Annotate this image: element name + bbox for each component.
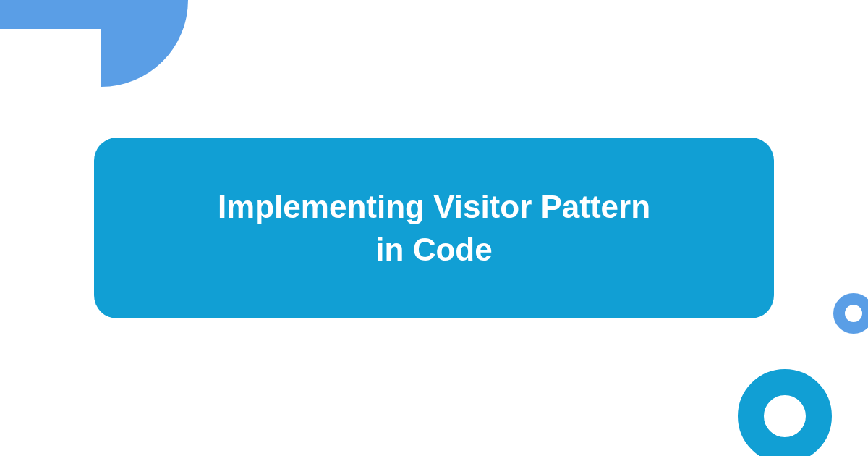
title-card: Implementing Visitor Pattern in Code (94, 138, 774, 318)
ring-decoration-large (738, 369, 832, 456)
title-line-1: Implementing Visitor Pattern (218, 189, 650, 224)
page-title: Implementing Visitor Pattern in Code (218, 185, 650, 271)
ring-decoration-small (833, 293, 868, 334)
title-line-2: in Code (375, 232, 492, 267)
corner-decoration (0, 0, 217, 116)
